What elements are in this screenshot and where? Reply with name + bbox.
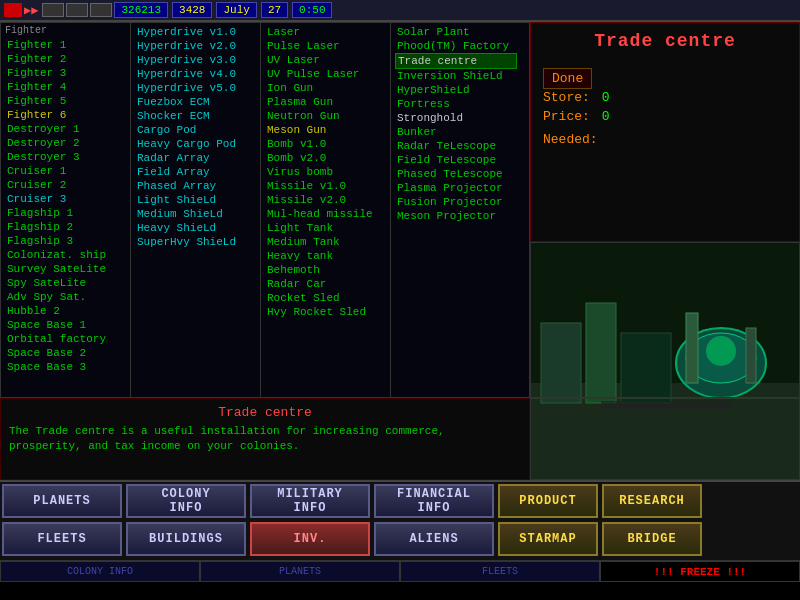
topbar: ▶▶ 326213 3428 July 27 0:50 [0, 0, 800, 22]
product-button[interactable]: PRODUCT [498, 484, 598, 518]
starmap-button[interactable]: STARMAP [498, 522, 598, 556]
weapon-item[interactable]: Mul-head missile [265, 207, 386, 221]
ship-item[interactable]: Hubble 2 [5, 304, 126, 318]
ship-item[interactable]: Space Base 3 [5, 360, 126, 374]
equipment-item[interactable]: Shocker ECM [135, 109, 256, 123]
inv-button[interactable]: INV. [250, 522, 370, 556]
ship-item[interactable]: Destroyer 2 [5, 136, 126, 150]
weapon-item[interactable]: Meson Gun [265, 123, 386, 137]
weapon-item[interactable]: Rocket Sled [265, 291, 386, 305]
ship-item[interactable]: Fighter 3 [5, 66, 126, 80]
building-item[interactable]: Trade centre [395, 53, 517, 69]
buildings-button[interactable]: BUILDINGS [126, 522, 246, 556]
weapon-item[interactable]: Ion Gun [265, 81, 386, 95]
equipment-item[interactable]: SuperHvy ShieLd [135, 235, 256, 249]
bridge-button[interactable]: BRIDGE [602, 522, 702, 556]
svg-rect-11 [601, 401, 731, 409]
building-item[interactable]: Meson Projector [395, 209, 517, 223]
fleets-button[interactable]: FLEETS [2, 522, 122, 556]
building-item[interactable]: Fusion Projector [395, 195, 517, 209]
ship-item[interactable]: Adv Spy Sat. [5, 290, 126, 304]
weapon-item[interactable]: Radar Car [265, 277, 386, 291]
topbar-btn3[interactable] [90, 3, 112, 17]
equipment-item[interactable]: Hyperdrive v3.0 [135, 53, 256, 67]
equipment-item[interactable]: Hyperdrive v5.0 [135, 81, 256, 95]
weapon-item[interactable]: Medium Tank [265, 235, 386, 249]
planets-button[interactable]: PLANETS [2, 484, 122, 518]
weapon-item[interactable]: Bomb v1.0 [265, 137, 386, 151]
ship-item[interactable]: Fighter 1 [5, 38, 126, 52]
equipment-item[interactable]: Hyperdrive v2.0 [135, 39, 256, 53]
equipment-item[interactable]: Light ShieLd [135, 193, 256, 207]
ship-item[interactable]: Fighter 4 [5, 80, 126, 94]
ships-column: Fighter Fighter 1Fighter 2Fighter 3Fight… [1, 23, 131, 397]
equipment-item[interactable]: Radar Array [135, 151, 256, 165]
building-item[interactable]: Field TeLescope [395, 153, 517, 167]
trade-info: Done Store: 0 Price: 0 Needed: [531, 59, 799, 241]
building-item[interactable]: Fortress [395, 97, 517, 111]
weapon-item[interactable]: Hvy Rocket Sled [265, 305, 386, 319]
ship-item[interactable]: Fighter 6 [5, 108, 126, 122]
price-label: Price: [543, 109, 590, 124]
weapon-item[interactable]: Neutron Gun [265, 109, 386, 123]
weapon-item[interactable]: Pulse Laser [265, 39, 386, 53]
building-item[interactable]: Stronghold [395, 111, 517, 125]
ship-item[interactable]: Destroyer 3 [5, 150, 126, 164]
building-item[interactable]: Phased TeLescope [395, 167, 517, 181]
equipment-item[interactable]: Cargo Pod [135, 123, 256, 137]
credits-display: 326213 [114, 2, 168, 18]
ship-item[interactable]: Cruiser 1 [5, 164, 126, 178]
financial-info-button[interactable]: FINANCIALINFO [374, 484, 494, 518]
equipment-item[interactable]: Heavy Cargo Pod [135, 137, 256, 151]
equipment-item[interactable]: Hyperdrive v1.0 [135, 25, 256, 39]
building-item[interactable]: Phood(TM) Factory [395, 39, 517, 53]
ship-item[interactable]: Flagship 2 [5, 220, 126, 234]
aliens-button[interactable]: ALIENS [374, 522, 494, 556]
building-item[interactable]: Radar TeLescope [395, 139, 517, 153]
research-button[interactable]: RESEARCH [602, 484, 702, 518]
ship-item[interactable]: Flagship 3 [5, 234, 126, 248]
done-label[interactable]: Done [543, 68, 592, 89]
topbar-btn1[interactable] [42, 3, 64, 17]
weapon-item[interactable]: UV Pulse Laser [265, 67, 386, 81]
ship-item[interactable]: Survey SateLite [5, 262, 126, 276]
building-item[interactable]: Bunker [395, 125, 517, 139]
ship-item[interactable]: Cruiser 2 [5, 178, 126, 192]
weapon-item[interactable]: UV Laser [265, 53, 386, 67]
ship-item[interactable]: Orbital factory [5, 332, 126, 346]
equipment-item[interactable]: Field Array [135, 165, 256, 179]
equipment-item[interactable]: Fuezbox ECM [135, 95, 256, 109]
equipment-item[interactable]: Heavy ShieLd [135, 221, 256, 235]
building-item[interactable]: Inversion ShieLd [395, 69, 517, 83]
ship-item[interactable]: Fighter 2 [5, 52, 126, 66]
ship-item[interactable]: Spy SateLite [5, 276, 126, 290]
weapon-item[interactable]: Missile v2.0 [265, 193, 386, 207]
ship-item[interactable]: Flagship 1 [5, 206, 126, 220]
weapon-item[interactable]: Bomb v2.0 [265, 151, 386, 165]
ship-item[interactable]: Colonizat. ship [5, 248, 126, 262]
topbar-btn2[interactable] [66, 3, 88, 17]
weapon-item[interactable]: Behemoth [265, 263, 386, 277]
status-freeze: !!! FREEZE !!! [600, 561, 800, 582]
ship-item[interactable]: Space Base 1 [5, 318, 126, 332]
weapon-item[interactable]: Missile v1.0 [265, 179, 386, 193]
weapon-item[interactable]: Heavy tank [265, 249, 386, 263]
building-item[interactable]: HyperShieLd [395, 83, 517, 97]
weapon-item[interactable]: Virus bomb [265, 165, 386, 179]
weapon-item[interactable]: Light Tank [265, 221, 386, 235]
ship-item[interactable]: Cruiser 3 [5, 192, 126, 206]
building-item[interactable]: Plasma Projector [395, 181, 517, 195]
equipment-item[interactable]: Phased Array [135, 179, 256, 193]
building-item[interactable]: Solar Plant [395, 25, 517, 39]
equipment-item[interactable]: Hyperdrive v4.0 [135, 67, 256, 81]
svg-rect-4 [621, 333, 671, 403]
ship-item[interactable]: Destroyer 1 [5, 122, 126, 136]
ship-item[interactable]: Space Base 2 [5, 346, 126, 360]
weapon-item[interactable]: Plasma Gun [265, 95, 386, 109]
equipment-item[interactable]: Medium ShieLd [135, 207, 256, 221]
month-display: July [216, 2, 256, 18]
weapon-item[interactable]: Laser [265, 25, 386, 39]
ship-item[interactable]: Fighter 5 [5, 94, 126, 108]
military-info-button[interactable]: MILITARYINFO [250, 484, 370, 518]
colony-info-button[interactable]: COLONYINFO [126, 484, 246, 518]
